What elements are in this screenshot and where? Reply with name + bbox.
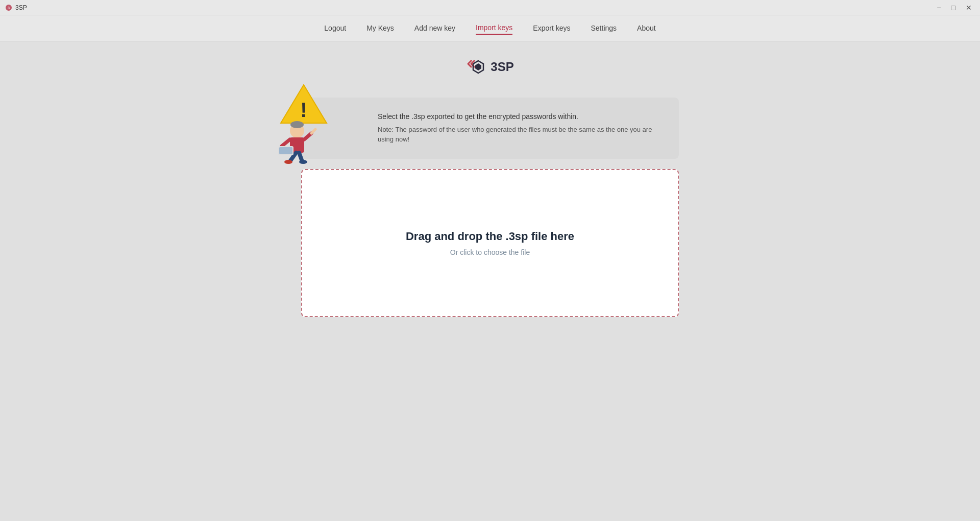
svg-line-16 — [304, 133, 311, 139]
svg-rect-15 — [279, 147, 292, 154]
drop-zone-title: Drag and drop the .3sp file here — [406, 230, 574, 243]
nav-add-new-key[interactable]: Add new key — [414, 22, 455, 34]
minimize-button[interactable]: − — [934, 3, 944, 13]
close-button[interactable]: ✕ — [963, 3, 975, 13]
info-title: Select the .3sp exported to get the encr… — [378, 112, 664, 121]
svg-text:!: ! — [300, 99, 307, 121]
drop-zone[interactable]: Drag and drop the .3sp file here Or clic… — [301, 169, 679, 317]
svg-point-12 — [299, 160, 307, 164]
logo-icon — [466, 57, 486, 77]
nav-bar: Logout My Keys Add new key Import keys E… — [0, 15, 980, 41]
svg-line-13 — [282, 139, 290, 146]
nav-import-keys[interactable]: Import keys — [476, 21, 512, 35]
window-controls: − □ ✕ — [934, 3, 975, 13]
maximize-button[interactable]: □ — [948, 3, 959, 13]
svg-marker-3 — [475, 63, 481, 70]
person-illustration: ! — [271, 82, 337, 164]
app-icon: 3 — [5, 4, 12, 11]
title-bar: 3 3SP − □ ✕ — [0, 0, 980, 15]
logo-text: 3SP — [491, 60, 513, 74]
app-title: 3SP — [15, 4, 27, 11]
main-content: 3SP ! — [0, 41, 980, 317]
svg-point-11 — [284, 160, 292, 164]
drop-zone-subtitle: Or click to choose the file — [450, 248, 530, 256]
info-box: ! — [301, 98, 679, 159]
info-text-container: Select the .3sp exported to get the encr… — [378, 112, 664, 145]
nav-export-keys[interactable]: Export keys — [533, 22, 570, 34]
info-note: Note: The password of the user who gener… — [378, 125, 664, 145]
svg-line-17 — [311, 129, 315, 133]
nav-logout[interactable]: Logout — [324, 22, 346, 34]
svg-text:3: 3 — [8, 6, 10, 10]
nav-my-keys[interactable]: My Keys — [366, 22, 394, 34]
illustration-wrapper: ! — [301, 98, 679, 169]
logo-container: 3SP — [466, 57, 513, 77]
svg-point-7 — [290, 121, 304, 128]
nav-settings[interactable]: Settings — [591, 22, 617, 34]
nav-about[interactable]: About — [637, 22, 656, 34]
title-bar-left: 3 3SP — [5, 4, 27, 11]
